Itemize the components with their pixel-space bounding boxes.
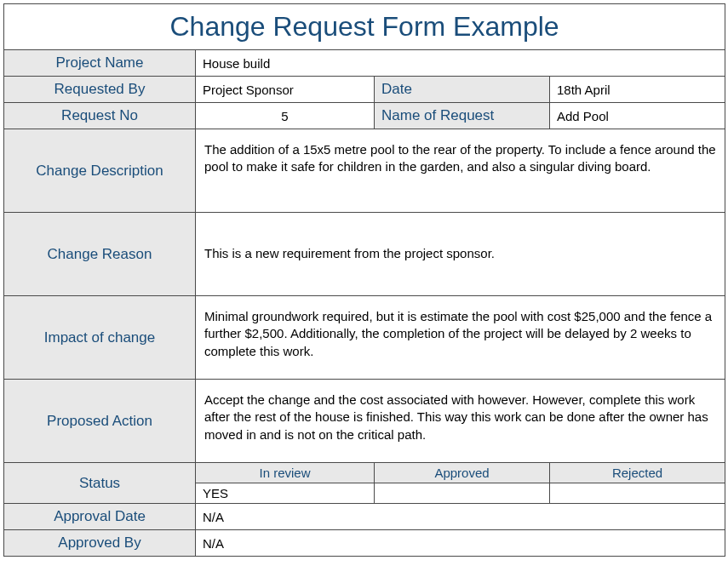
label-change-description: Change Description	[4, 129, 196, 213]
label-project-name: Project Name	[4, 50, 196, 77]
value-impact-of-change: Minimal groundwork required, but it is e…	[196, 296, 725, 380]
label-status: Status	[4, 463, 196, 504]
status-header-approved: Approved	[375, 463, 550, 483]
value-requested-by: Project Sponsor	[196, 77, 375, 103]
value-proposed-action: Accept the change and the cost associate…	[196, 380, 725, 463]
value-date: 18th April	[550, 77, 725, 103]
status-value-in-review: YES	[196, 483, 375, 504]
value-request-no: 5	[196, 103, 375, 129]
value-change-description: The addition of a 15x5 metre pool to the…	[196, 129, 725, 213]
value-name-of-request: Add Pool	[550, 103, 725, 129]
label-requested-by: Requested By	[4, 77, 196, 103]
label-name-of-request: Name of Request	[375, 103, 550, 129]
label-approval-date: Approval Date	[4, 504, 196, 530]
value-approved-by: N/A	[196, 530, 725, 557]
status-value-approved	[375, 483, 550, 504]
status-value-rejected	[550, 483, 725, 504]
value-change-reason: This is a new requirement from the proje…	[196, 213, 725, 296]
label-change-reason: Change Reason	[4, 213, 196, 296]
label-date: Date	[375, 77, 550, 103]
value-project-name: House build	[196, 50, 725, 77]
label-approved-by: Approved By	[4, 530, 196, 557]
label-request-no: Request No	[4, 103, 196, 129]
value-approval-date: N/A	[196, 504, 725, 530]
form-title: Change Request Form Example	[4, 4, 725, 50]
status-header-rejected: Rejected	[550, 463, 725, 483]
change-request-form: Change Request Form Example Project Name…	[3, 3, 725, 557]
label-proposed-action: Proposed Action	[4, 380, 196, 463]
label-impact-of-change: Impact of change	[4, 296, 196, 380]
status-header-in-review: In review	[196, 463, 375, 483]
